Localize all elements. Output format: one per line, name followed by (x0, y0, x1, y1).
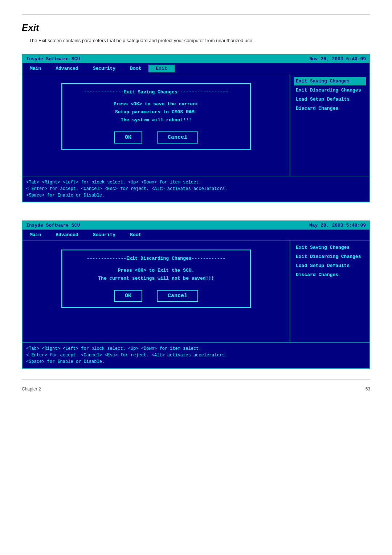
bios-footer-2-line-2: < Enter> for accept. <Cancel> <Esc> for … (26, 352, 366, 358)
right-item-exit-discarding-2[interactable]: Exit Discarding Changes (294, 252, 366, 261)
page-number: 53 (366, 386, 370, 392)
dialog-cancel-button-1[interactable]: Cancel (157, 131, 198, 143)
bios-dialog-text-1: Press <OK> to save the current Setup par… (71, 100, 241, 124)
bios-screen-1: Insyde Software SCU Nov 26, 2003 5:40:09… (22, 54, 370, 202)
nav-main-2[interactable]: Main (23, 231, 48, 239)
bottom-rule (22, 380, 370, 380)
dialog-cancel-button-2[interactable]: Cancel (157, 290, 198, 302)
right-item-exit-discarding-1[interactable]: Exit Discarding Changes (294, 86, 366, 94)
right-item-load-defaults-1[interactable]: Load Setup Defaults (294, 95, 366, 104)
spacer-1 (22, 213, 370, 220)
nav-advanced-1[interactable]: Advanced (48, 65, 85, 72)
right-item-discard-changes-1[interactable]: Discard Changes (294, 104, 366, 113)
bios-dialog-buttons-2: OK Cancel (71, 290, 241, 302)
bios-footer-2-line-3: <Space> for Enable or Disable. (26, 358, 366, 365)
bios-footer-line-2: < Enter> for accept. <Cancel> <Esc> for … (26, 186, 366, 192)
nav-boot-2[interactable]: Boot (123, 231, 148, 239)
bios-dialog-buttons-1: OK Cancel (71, 131, 241, 143)
bios-header-right-2: May 20, 2003 5:40:09 (309, 223, 366, 228)
bios-footer-1: <Tab> <Right> <Left> for block select. <… (23, 176, 369, 202)
bios-nav-2: Main Advanced Security Boot (23, 230, 369, 240)
bios-right-panel-2: Exit Saving Changes Exit Discarding Chan… (290, 240, 369, 342)
bios-right-panel-1: Exit Saving Changes Exit Discarding Chan… (290, 74, 369, 176)
bios-footer-line-3: <Space> for Enable or Disable. (26, 192, 366, 199)
dialog-ok-button-2[interactable]: OK (114, 290, 142, 302)
nav-exit-1[interactable]: Exit (148, 65, 174, 72)
chapter-label: Chapter 2 (22, 386, 41, 392)
nav-boot-1[interactable]: Boot (123, 65, 148, 72)
bios-main-panel-2: --------------Exit Discarding Changes---… (23, 240, 290, 342)
bios-footer-2-line-1: <Tab> <Right> <Left> for block select. <… (26, 345, 366, 352)
page-description: The Exit screen contains parameters that… (29, 38, 370, 43)
right-item-exit-saving-2[interactable]: Exit Saving Changes (294, 243, 366, 252)
right-item-exit-saving-1[interactable]: Exit Saving Changes (294, 77, 366, 85)
bios-dialog-title-1: --------------Exit Saving Changes-------… (71, 89, 241, 95)
dialog-ok-button-1[interactable]: OK (114, 131, 142, 143)
bios-footer-2: <Tab> <Right> <Left> for block select. <… (23, 342, 369, 368)
bios-header-right-1: Nov 26, 2003 5:40:09 (309, 56, 366, 62)
top-rule (22, 15, 370, 15)
bios-footer-line-1: <Tab> <Right> <Left> for block select. <… (26, 179, 366, 186)
bios-header-1: Insyde Software SCU Nov 26, 2003 5:40:09 (23, 55, 369, 63)
bios-dialog-2: --------------Exit Discarding Changes---… (61, 250, 251, 308)
bios-main-panel-1: --------------Exit Saving Changes-------… (23, 74, 290, 176)
right-item-load-defaults-2[interactable]: Load Setup Defaults (294, 262, 366, 270)
nav-security-2[interactable]: Security (86, 231, 123, 239)
bios-dialog-text-2: Press <OK> to Exit the SCU. The current … (71, 267, 241, 283)
bios-screen-2: Insyde Software SCU May 20, 2003 5:40:09… (22, 220, 370, 369)
right-item-discard-changes-2[interactable]: Discard Changes (294, 271, 366, 279)
bios-content-2: --------------Exit Discarding Changes---… (23, 240, 369, 342)
bios-dialog-title-2: --------------Exit Discarding Changes---… (71, 256, 241, 261)
page-footer: Chapter 2 53 (22, 384, 370, 392)
page-title: Exit (22, 22, 370, 33)
bios-nav-1: Main Advanced Security Boot Exit (23, 63, 369, 74)
bios-header-left-2: Insyde Software SCU (26, 223, 80, 228)
bios-content-1: --------------Exit Saving Changes-------… (23, 74, 369, 176)
nav-advanced-2[interactable]: Advanced (48, 231, 85, 239)
nav-security-1[interactable]: Security (86, 65, 123, 72)
bios-dialog-1: --------------Exit Saving Changes-------… (61, 83, 251, 150)
page-container: Exit The Exit screen contains parameters… (0, 0, 392, 555)
nav-main-1[interactable]: Main (23, 65, 48, 72)
bios-header-left-1: Insyde Software SCU (26, 56, 80, 62)
bios-header-2: Insyde Software SCU May 20, 2003 5:40:09 (23, 221, 369, 230)
